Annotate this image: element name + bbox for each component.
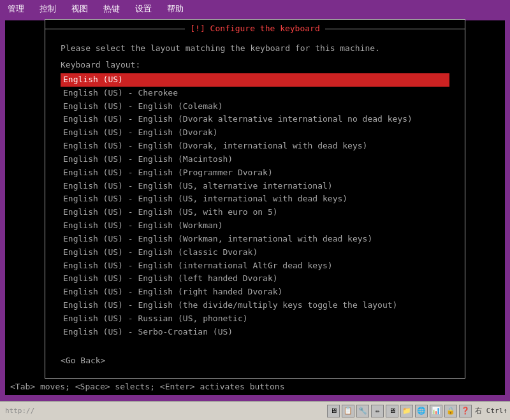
list-item[interactable]: English (US) - English (Macintosh) <box>61 153 449 166</box>
configure-keyboard-dialog: [!] Configure the keyboard Please select… <box>45 19 465 378</box>
list-item[interactable]: English (US) - English (Workman) <box>61 219 449 233</box>
list-item[interactable]: English (US) - English (US, internationa… <box>61 192 449 206</box>
keyboard-layout-label: Keyboard layout: <box>61 60 449 69</box>
taskbar-icon-10[interactable]: ❓ <box>459 405 472 417</box>
menu-bar: 管理 控制 视图 热键 设置 帮助 <box>0 0 510 18</box>
taskbar-icon-1[interactable]: 🖥 <box>327 405 340 417</box>
go-back-button[interactable]: <Go Back> <box>61 356 105 365</box>
taskbar-icon-6[interactable]: 📁 <box>400 405 413 417</box>
list-item[interactable]: English (US) - Russian (US, phonetic) <box>61 312 449 326</box>
menu-hotkeys[interactable]: 热键 <box>101 2 122 16</box>
taskbar-url: http:// <box>5 407 34 415</box>
list-item[interactable]: English (US) - Serbo-Croatian (US) <box>61 326 449 339</box>
dialog-title-bar: [!] Configure the keyboard <box>45 20 465 37</box>
list-item[interactable]: English (US) - English (Dvorak) <box>61 126 449 140</box>
dialog-title: [!] Configure the keyboard <box>185 24 325 33</box>
list-item[interactable]: English (US) - English (US, alternative … <box>61 180 449 193</box>
list-item[interactable]: English (US) - Cherokee <box>61 87 449 100</box>
menu-view[interactable]: 视图 <box>69 2 91 16</box>
taskbar-icon-4[interactable]: ✏ <box>371 405 384 417</box>
description-text: Please select the layout matching the ke… <box>61 42 449 55</box>
list-item[interactable]: English (US) - English (Workman, interna… <box>61 233 449 246</box>
list-item[interactable]: English (US) - English (right handed Dvo… <box>61 286 449 299</box>
list-item[interactable]: English (US) <box>61 73 449 87</box>
list-item[interactable]: English (US) - English (the divide/multi… <box>61 299 449 312</box>
taskbar-icon-9[interactable]: 🔒 <box>444 405 457 417</box>
menu-settings[interactable]: 设置 <box>133 2 154 16</box>
menu-control[interactable]: 控制 <box>37 2 59 16</box>
taskbar: http:// 🖥 📋 🔧 ✏ 🖥 📁 🌐 📊 🔒 ❓ 右 Ctrl↑ <box>0 401 510 420</box>
taskbar-icon-3[interactable]: 🔧 <box>356 405 369 417</box>
ctrl-label: 右 Ctrl↑ <box>475 406 507 416</box>
menu-help[interactable]: 帮助 <box>164 2 186 16</box>
list-item[interactable]: English (US) - English (Colemak) <box>61 100 449 113</box>
dialog-body: Please select the layout matching the ke… <box>45 37 465 349</box>
list-item[interactable]: English (US) - English (left handed Dvor… <box>61 272 449 286</box>
list-item[interactable]: English (US) - English (Programmer Dvora… <box>61 166 449 180</box>
status-bar: <Tab> moves; <Space> selects; <Enter> ac… <box>5 377 505 395</box>
status-text: <Tab> moves; <Space> selects; <Enter> ac… <box>10 382 284 391</box>
terminal-area: [!] Configure the keyboard Please select… <box>5 20 505 377</box>
keyboard-layout-list[interactable]: English (US)English (US) - CherokeeEngli… <box>61 73 449 339</box>
taskbar-icon-7[interactable]: 🌐 <box>415 405 428 417</box>
list-item[interactable]: English (US) - English (classic Dvorak) <box>61 246 449 259</box>
list-item[interactable]: English (US) - English (Dvorak, internat… <box>61 140 449 153</box>
taskbar-icon-5[interactable]: 🖥 <box>386 405 398 417</box>
taskbar-icon-2[interactable]: 📋 <box>342 405 354 417</box>
go-back-area: <Go Back> <box>45 356 465 365</box>
taskbar-icon-8[interactable]: 📊 <box>430 405 442 417</box>
list-item[interactable]: English (US) - English (US, with euro on… <box>61 206 449 219</box>
menu-manage[interactable]: 管理 <box>5 2 27 16</box>
list-item[interactable]: English (US) - English (Dvorak alternati… <box>61 113 449 126</box>
list-item[interactable]: English (US) - English (international Al… <box>61 259 449 273</box>
